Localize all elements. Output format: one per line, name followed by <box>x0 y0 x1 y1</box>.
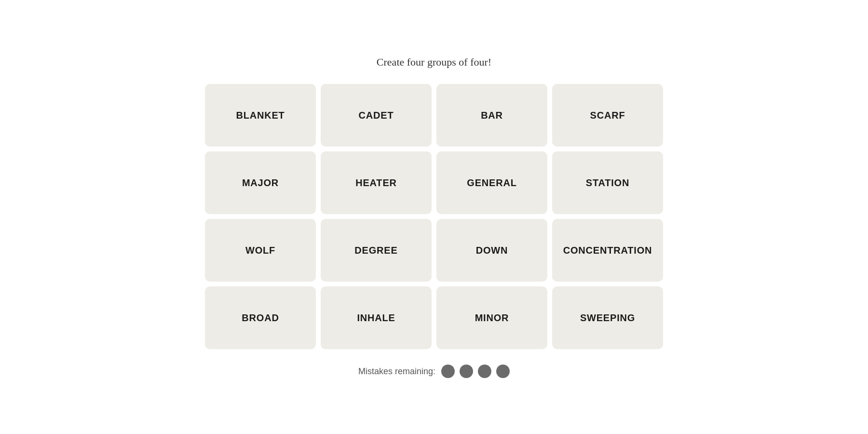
tile-wolf[interactable]: WOLF <box>205 219 316 282</box>
tile-blanket[interactable]: BLANKET <box>205 84 316 147</box>
tile-broad[interactable]: BROAD <box>205 286 316 349</box>
tile-bar[interactable]: BAR <box>436 84 547 147</box>
tile-cadet[interactable]: CADET <box>321 84 432 147</box>
tile-scarf[interactable]: SCARF <box>552 84 663 147</box>
tile-label-inhale: INHALE <box>357 312 395 324</box>
mistakes-dots <box>441 365 510 378</box>
tile-minor[interactable]: MINOR <box>436 286 547 349</box>
mistake-dot-4 <box>496 365 510 378</box>
tile-major[interactable]: MAJOR <box>205 151 316 214</box>
mistake-dot-3 <box>478 365 491 378</box>
mistakes-label: Mistakes remaining: <box>358 366 435 377</box>
tile-label-heater: HEATER <box>355 177 397 189</box>
mistake-dot-2 <box>460 365 473 378</box>
tile-label-wolf: WOLF <box>245 245 275 256</box>
tile-down[interactable]: DOWN <box>436 219 547 282</box>
tile-label-degree: DEGREE <box>354 245 397 256</box>
mistake-dot-1 <box>441 365 455 378</box>
tile-general[interactable]: GENERAL <box>436 151 547 214</box>
tile-label-broad: BROAD <box>242 312 279 324</box>
tile-label-general: GENERAL <box>467 177 516 189</box>
tile-label-concentration: CONCENTRATION <box>563 245 652 256</box>
tile-concentration[interactable]: CONCENTRATION <box>552 219 663 282</box>
tile-label-major: MAJOR <box>242 177 279 189</box>
tile-label-sweeping: SWEEPING <box>580 312 635 324</box>
mistakes-area: Mistakes remaining: <box>358 365 510 378</box>
tile-label-scarf: SCARF <box>590 110 625 121</box>
tile-label-down: DOWN <box>476 245 508 256</box>
tile-inhale[interactable]: INHALE <box>321 286 432 349</box>
tile-label-bar: BAR <box>481 110 503 121</box>
word-grid: BLANKETCADETBARSCARFMAJORHEATERGENERALST… <box>205 84 663 349</box>
tile-heater[interactable]: HEATER <box>321 151 432 214</box>
tile-label-station: STATION <box>586 177 629 189</box>
tile-degree[interactable]: DEGREE <box>321 219 432 282</box>
tile-station[interactable]: STATION <box>552 151 663 214</box>
tile-label-blanket: BLANKET <box>236 110 285 121</box>
tile-sweeping[interactable]: SWEEPING <box>552 286 663 349</box>
tile-label-cadet: CADET <box>359 110 394 121</box>
game-subtitle: Create four groups of four! <box>377 56 491 68</box>
tile-label-minor: MINOR <box>475 312 509 324</box>
